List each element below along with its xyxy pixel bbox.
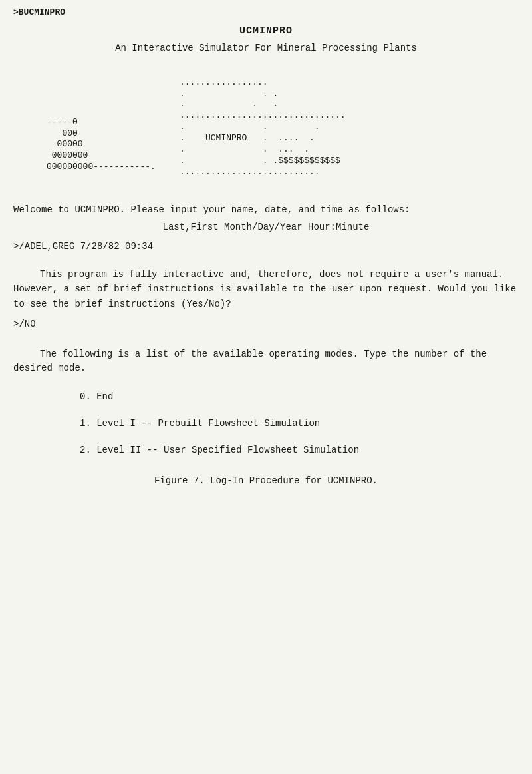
mode-list-item: 2. Level II -- User Specified Flowsheet …: [80, 439, 519, 462]
description-response: >/NO: [13, 317, 519, 331]
welcome-text: Welcome to UCMINPRO. Please input your n…: [13, 203, 519, 217]
modes-intro-text: The following is a list of the available…: [13, 349, 487, 373]
mode-list: 0. End1. Level I -- Prebuilt Flowsheet S…: [80, 386, 519, 461]
user-login-text: >/ADEL,GREG 7/28/82 09:34: [13, 241, 153, 252]
ascii-art-right: ................. . . . . . . ..........…: [180, 66, 519, 190]
page-title: UCMINPRO: [13, 24, 519, 38]
figure-caption: Figure 7. Log-In Procedure for UCMINPRO.: [13, 475, 519, 488]
no-response-text: >/NO: [13, 319, 36, 329]
format-line: Last,First Month/Day/Year Hour:Minute: [13, 221, 519, 234]
ascii-right-content: ................. . . . . . . ..........…: [180, 77, 346, 177]
ascii-art-left: -----0 000 00000 0000000 000000000------…: [47, 106, 180, 190]
welcome-section: Welcome to UCMINPRO. Please input your n…: [13, 203, 519, 234]
modes-section: The following is a list of the available…: [13, 347, 519, 461]
welcome-paragraph: Welcome to UCMINPRO. Please input your n…: [13, 204, 410, 215]
mode-list-item: 0. End: [80, 386, 519, 409]
format-text: Last,First Month/Day/Year Hour:Minute: [163, 222, 370, 232]
ascii-art-section: -----0 000 00000 0000000 000000000------…: [47, 66, 519, 190]
user-login: >/ADEL,GREG 7/28/82 09:34: [13, 240, 519, 254]
description-paragraph: This program is fully interactive and, t…: [13, 269, 516, 309]
modes-intro: The following is a list of the available…: [13, 347, 519, 375]
description-text: This program is fully interactive and, t…: [13, 267, 519, 311]
terminal-tag: >BUCMINPRO: [13, 7, 519, 19]
subtitle: An Interactive Simulator For Mineral Pro…: [13, 42, 519, 55]
figure-caption-text: Figure 7. Log-In Procedure for UCMINPRO.: [154, 475, 378, 486]
mode-list-item: 1. Level I -- Prebuilt Flowsheet Simulat…: [80, 413, 519, 435]
ascii-left-content: -----0 000 00000 0000000 000000000------…: [47, 117, 156, 172]
description-section: This program is fully interactive and, t…: [13, 267, 519, 332]
